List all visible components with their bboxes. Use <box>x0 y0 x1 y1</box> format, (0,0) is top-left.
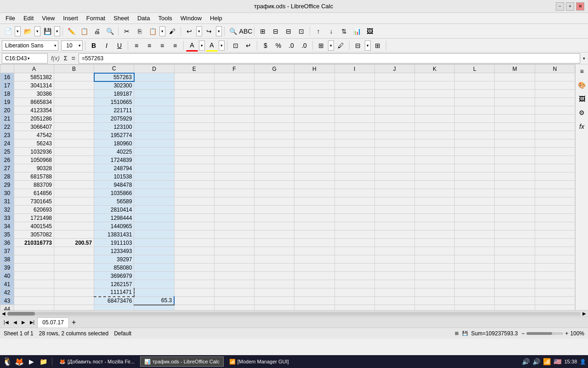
pdf-button[interactable]: 📋 <box>78 25 90 37</box>
bg-color-button[interactable]: A <box>206 40 218 52</box>
cut-button[interactable]: ✂ <box>121 25 133 37</box>
cell-empty[interactable] <box>174 206 214 214</box>
cell-a[interactable] <box>14 305 54 310</box>
col-header-e[interactable]: E <box>174 65 214 73</box>
cell-empty[interactable] <box>374 305 414 310</box>
cell-a[interactable]: 90328 <box>14 164 54 172</box>
maximize-button[interactable]: + <box>566 2 574 11</box>
cell-empty[interactable] <box>254 206 294 214</box>
cell-empty[interactable] <box>254 255 294 264</box>
row-number[interactable]: 43 <box>0 297 14 305</box>
cell-empty[interactable] <box>294 247 334 255</box>
cell-empty[interactable] <box>214 164 254 172</box>
cell-empty[interactable] <box>254 239 294 247</box>
cell-empty[interactable] <box>294 172 334 181</box>
cell-a[interactable]: 4123354 <box>14 106 54 115</box>
cell-d[interactable] <box>134 255 174 264</box>
cell-empty[interactable] <box>334 73 374 81</box>
cell-empty[interactable] <box>294 264 334 272</box>
cell-empty[interactable] <box>334 214 374 222</box>
cell-empty[interactable] <box>495 181 535 189</box>
cell-a[interactable]: 30386 <box>14 90 54 98</box>
cell-reference-box[interactable]: C16:D43 ▾ <box>2 53 48 63</box>
cell-d[interactable] <box>134 197 174 206</box>
cell-empty[interactable] <box>294 255 334 264</box>
row-number[interactable]: 23 <box>0 131 14 139</box>
paste-dropdown[interactable]: ▾ <box>159 26 165 36</box>
cell-b[interactable] <box>54 90 94 98</box>
cell-empty[interactable] <box>294 81 334 90</box>
cell-d[interactable] <box>134 230 174 239</box>
cell-empty[interactable] <box>414 280 454 288</box>
cell-a[interactable]: 1721498 <box>14 214 54 222</box>
row-number[interactable]: 17 <box>0 81 14 90</box>
cell-empty[interactable] <box>495 297 535 305</box>
cell-c[interactable]: 1111471 <box>94 288 134 297</box>
wrap-button[interactable]: ↵ <box>243 40 254 52</box>
cell-empty[interactable] <box>294 90 334 98</box>
underline-button[interactable]: U <box>113 40 125 52</box>
cell-empty[interactable] <box>535 264 575 272</box>
cell-a[interactable] <box>14 288 54 297</box>
cell-a[interactable] <box>14 297 54 305</box>
cell-empty[interactable] <box>455 139 495 148</box>
cell-empty[interactable] <box>334 206 374 214</box>
minimize-button[interactable]: − <box>556 2 564 11</box>
cell-empty[interactable] <box>374 156 414 164</box>
cell-d[interactable] <box>134 81 174 90</box>
cell-empty[interactable] <box>174 222 214 230</box>
cell-empty[interactable] <box>214 148 254 156</box>
font-color-button[interactable]: A <box>186 40 198 52</box>
cell-empty[interactable] <box>455 230 495 239</box>
cell-empty[interactable] <box>334 280 374 288</box>
cell-c[interactable]: 557263 <box>94 73 134 81</box>
sidebar-navigator-icon[interactable]: ⚙ <box>577 108 587 118</box>
cell-empty[interactable] <box>334 305 374 310</box>
cell-empty[interactable] <box>254 106 294 115</box>
cell-a[interactable]: 210316773 <box>14 239 54 247</box>
col-header-k[interactable]: K <box>414 65 454 73</box>
cell-c[interactable]: 1724839 <box>94 156 134 164</box>
cell-empty[interactable] <box>174 288 214 297</box>
cell-empty[interactable] <box>535 280 575 288</box>
cell-empty[interactable] <box>495 164 535 172</box>
cell-empty[interactable] <box>374 247 414 255</box>
cell-empty[interactable] <box>174 131 214 139</box>
cell-empty[interactable] <box>455 197 495 206</box>
cell-empty[interactable] <box>374 172 414 181</box>
cell-a[interactable]: 883709 <box>14 181 54 189</box>
edit-file-button[interactable]: ✏️ <box>65 25 77 37</box>
cell-empty[interactable] <box>174 90 214 98</box>
cell-d[interactable] <box>134 73 174 81</box>
cell-empty[interactable] <box>535 106 575 115</box>
cell-empty[interactable] <box>374 297 414 305</box>
cell-empty[interactable] <box>214 222 254 230</box>
cell-empty[interactable] <box>535 272 575 280</box>
cell-a[interactable]: 3041314 <box>14 81 54 90</box>
cell-c[interactable]: 180960 <box>94 139 134 148</box>
cell-a[interactable]: 620693 <box>14 206 54 214</box>
menu-data[interactable]: Data <box>134 14 153 23</box>
cell-empty[interactable] <box>374 222 414 230</box>
sidebar-styles-icon[interactable]: 🎨 <box>577 80 587 90</box>
cell-b[interactable] <box>54 115 94 123</box>
cell-empty[interactable] <box>455 189 495 197</box>
cell-empty[interactable] <box>214 81 254 90</box>
cell-empty[interactable] <box>254 197 294 206</box>
cell-empty[interactable] <box>254 73 294 81</box>
align-right-button[interactable]: ≡ <box>156 40 168 52</box>
taskbar-menu-icon[interactable]: 🐧 <box>2 356 13 367</box>
cell-empty[interactable] <box>414 239 454 247</box>
cell-d[interactable] <box>134 98 174 106</box>
row-freeze-button[interactable]: ⊞ <box>372 40 384 52</box>
cell-empty[interactable] <box>455 131 495 139</box>
cell-empty[interactable] <box>254 222 294 230</box>
cell-a[interactable] <box>14 255 54 264</box>
cell-empty[interactable] <box>214 264 254 272</box>
cell-empty[interactable] <box>174 280 214 288</box>
cell-empty[interactable] <box>455 272 495 280</box>
cell-a[interactable]: 4001545 <box>14 222 54 230</box>
menu-insert[interactable]: Insert <box>59 14 82 23</box>
row-number[interactable]: 16 <box>0 73 14 81</box>
cell-empty[interactable] <box>535 81 575 90</box>
